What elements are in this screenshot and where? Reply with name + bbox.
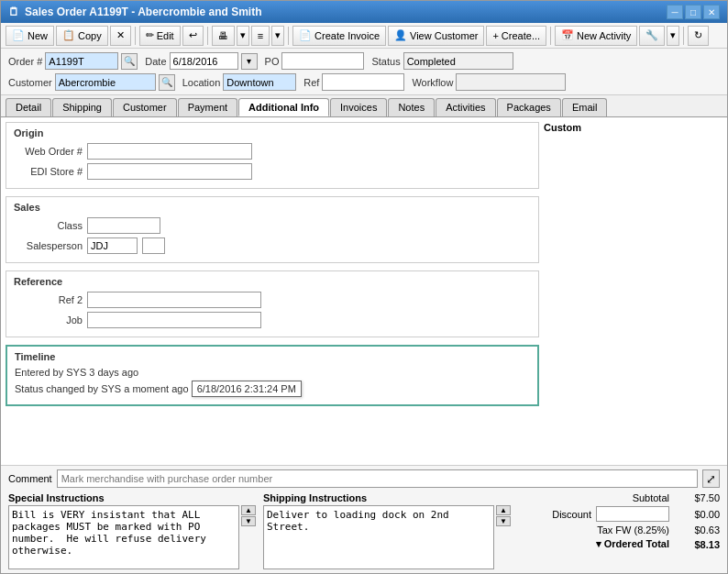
- ref-label: Ref: [303, 77, 319, 88]
- export-dropdown[interactable]: ▾: [271, 26, 284, 46]
- customer-search-button[interactable]: 🔍: [159, 74, 175, 91]
- location-input[interactable]: [223, 73, 296, 91]
- class-label: Class: [14, 220, 83, 231]
- create-button[interactable]: + Create...: [486, 26, 546, 46]
- ref2-label: Ref 2: [14, 294, 83, 305]
- salesperson-label: Salesperson: [14, 240, 83, 251]
- export-button[interactable]: ≡: [251, 26, 270, 46]
- tools-dropdown[interactable]: ▾: [667, 26, 679, 46]
- edi-store-row: EDI Store #: [14, 163, 531, 180]
- plus-icon: +: [492, 30, 498, 41]
- tools-button[interactable]: 🔧: [639, 26, 665, 46]
- date-picker-button[interactable]: ▾: [241, 53, 258, 70]
- bottom-bar: Comment ⤢ Special Instructions Bill is V…: [1, 465, 727, 573]
- timeline-text-2: Status changed by SYS a moment ago: [15, 383, 189, 394]
- edit-icon: ✏: [146, 29, 154, 41]
- date-input[interactable]: [170, 52, 238, 70]
- new-icon: 📄: [12, 29, 25, 41]
- comment-input[interactable]: [57, 469, 698, 488]
- tab-additional-info[interactable]: Additional Info: [238, 98, 329, 116]
- location-label: Location: [182, 77, 221, 88]
- comment-expand-button[interactable]: ⤢: [702, 469, 720, 488]
- shipping-scroll-up-button[interactable]: ▲: [496, 505, 511, 515]
- po-input[interactable]: [281, 52, 364, 70]
- view-customer-label: View Customer: [410, 30, 478, 41]
- customer-input[interactable]: [55, 73, 156, 91]
- tab-invoices[interactable]: Invoices: [330, 98, 387, 116]
- tab-detail[interactable]: Detail: [6, 98, 51, 116]
- new-label: New: [28, 30, 48, 41]
- timeline-text-1: Entered by SYS 3 days ago: [15, 367, 138, 378]
- customer-icon: 👤: [394, 29, 407, 41]
- close-button[interactable]: ✕: [703, 5, 720, 19]
- sales-section: Sales Class Salesperson: [6, 196, 539, 263]
- totals-area: Subtotal $7.50 Discount $0.00 Tax FW (8.…: [518, 492, 720, 550]
- job-row: Job: [14, 312, 531, 328]
- tab-customer[interactable]: Customer: [113, 98, 177, 116]
- salesperson-input[interactable]: [87, 237, 138, 254]
- view-customer-button[interactable]: 👤 View Customer: [388, 26, 484, 46]
- right-panel: Custom: [539, 122, 722, 460]
- comment-row: Comment ⤢: [8, 469, 720, 488]
- copy-button[interactable]: 📋 Copy: [56, 26, 108, 46]
- edi-store-input[interactable]: [87, 163, 252, 180]
- status-input: [403, 52, 513, 70]
- separator-2: [207, 27, 208, 45]
- copy-icon: 📋: [62, 29, 75, 41]
- reference-title: Reference: [14, 276, 531, 287]
- job-input[interactable]: [87, 312, 261, 328]
- main-window: 🗒 Sales Order A1199T - Abercrombie and S…: [0, 0, 728, 574]
- web-order-input[interactable]: [87, 143, 252, 160]
- customer-group: Customer 🔍: [8, 73, 175, 91]
- class-input[interactable]: [87, 217, 160, 234]
- create-invoice-button[interactable]: 📄 Create Invoice: [292, 26, 386, 46]
- order-search-button[interactable]: 🔍: [121, 53, 138, 70]
- minimize-button[interactable]: ─: [667, 5, 683, 19]
- special-instructions-col: Special Instructions Bill is VERY insist…: [8, 492, 256, 569]
- salesperson-row: Salesperson: [14, 237, 531, 254]
- tax-row: Tax FW (8.25%) $0.63: [596, 524, 720, 535]
- date-group: Date ▾: [145, 52, 257, 70]
- tab-email[interactable]: Email: [562, 98, 608, 116]
- subtotal-value: $7.50: [674, 492, 720, 503]
- new-activity-button[interactable]: 📅 New Activity: [555, 26, 637, 46]
- timeline-section: Timeline Entered by SYS 3 days ago Statu…: [6, 345, 539, 406]
- ref-group: Ref: [303, 73, 404, 91]
- special-instructions-textarea[interactable]: Bill is VERY insistant that ALL packages…: [8, 505, 239, 569]
- undo-button[interactable]: ↩: [182, 26, 204, 46]
- tab-activities[interactable]: Activities: [436, 98, 495, 116]
- print-dropdown[interactable]: ▾: [237, 26, 249, 46]
- salesperson-extra-input[interactable]: [142, 237, 165, 254]
- ref2-input[interactable]: [87, 292, 261, 308]
- maximize-button[interactable]: □: [685, 5, 701, 19]
- origin-title: Origin: [14, 127, 531, 138]
- edit-button[interactable]: ✏ Edit: [139, 26, 181, 46]
- new-button[interactable]: 📄 New: [6, 26, 54, 46]
- create-label: Create...: [502, 30, 540, 41]
- discount-input[interactable]: [596, 506, 669, 522]
- delete-button[interactable]: ✕: [110, 26, 131, 46]
- print-button[interactable]: 🖶: [212, 26, 235, 46]
- tab-payment[interactable]: Payment: [178, 98, 237, 116]
- shipping-scroll-down-button[interactable]: ▼: [496, 516, 511, 526]
- ref-input[interactable]: [322, 73, 404, 91]
- refresh-button[interactable]: ↻: [688, 26, 709, 46]
- tab-notes[interactable]: Notes: [388, 98, 435, 116]
- special-scroll-up-button[interactable]: ▲: [241, 505, 256, 515]
- bottom-content: Special Instructions Bill is VERY insist…: [8, 492, 720, 569]
- tab-packages[interactable]: Packages: [497, 98, 561, 116]
- shipping-instructions-textarea[interactable]: Deliver to loading dock on 2nd Street.: [263, 505, 494, 569]
- subtotal-row: Subtotal $7.50: [596, 492, 720, 503]
- ordered-total-row: ▾ Ordered Total $8.13: [596, 538, 720, 550]
- special-scroll-down-button[interactable]: ▼: [241, 516, 256, 526]
- class-row: Class: [14, 217, 531, 234]
- web-order-label: Web Order #: [14, 146, 83, 157]
- sales-title: Sales: [14, 202, 531, 213]
- window-icon: 🗒: [8, 6, 19, 18]
- instructions-row: Special Instructions Bill is VERY insist…: [8, 492, 511, 569]
- comment-label: Comment: [8, 473, 52, 484]
- window-title: Sales Order A1199T - Abercrombie and Smi…: [25, 6, 262, 18]
- order-input[interactable]: [45, 52, 118, 70]
- tab-shipping[interactable]: Shipping: [52, 98, 112, 116]
- separator-4: [550, 27, 551, 45]
